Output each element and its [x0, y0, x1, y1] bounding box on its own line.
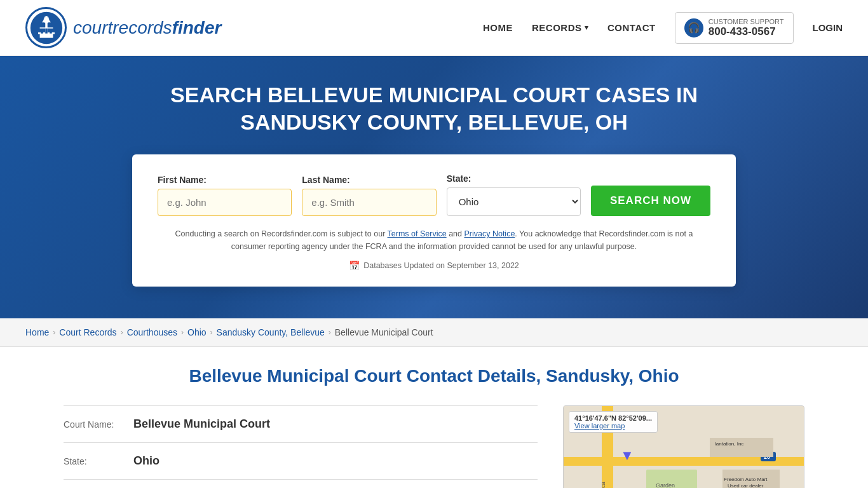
- main-nav: HOME RECORDS ▾ CONTACT 🎧 CUSTOMER SUPPOR…: [483, 12, 843, 44]
- logo-text: courtrecordsfinder: [73, 18, 221, 38]
- logo[interactable]: courtrecordsfinder: [25, 7, 221, 48]
- court-name-value: Bellevue Municipal Court: [133, 417, 270, 431]
- svg-text:Seneca: Seneca: [600, 482, 606, 488]
- state-group: State: Ohio Alabama Alaska Arizona Calif…: [447, 173, 581, 216]
- first-name-label: First Name:: [158, 175, 292, 185]
- hero-section: SEARCH BELLEVUE MUNICIPAL COURT CASES IN…: [0, 56, 868, 318]
- privacy-link[interactable]: Privacy Notice: [464, 229, 515, 238]
- map-coordinates: 41°16'47.6"N 82°52'09... View larger map: [569, 411, 658, 433]
- search-fields: First Name: Last Name: State: Ohio Alaba…: [158, 173, 710, 216]
- last-name-group: Last Name:: [302, 175, 436, 216]
- last-name-input[interactable]: [302, 189, 436, 216]
- first-name-group: First Name:: [158, 175, 292, 216]
- search-card: First Name: Last Name: State: Ohio Alaba…: [132, 154, 736, 287]
- svg-text:Freedom Auto Mart: Freedom Auto Mart: [724, 477, 768, 482]
- search-button[interactable]: SEARCH NOW: [591, 186, 710, 216]
- sep-2: ›: [121, 328, 123, 337]
- main-content: Bellevue Municipal Court Contact Details…: [0, 347, 868, 488]
- support-text: CUSTOMER SUPPORT 800-433-0567: [709, 18, 784, 38]
- svg-text:Used car dealer: Used car dealer: [728, 483, 764, 488]
- state-select[interactable]: Ohio Alabama Alaska Arizona California F…: [447, 187, 581, 216]
- hero-title: SEARCH BELLEVUE MUNICIPAL COURT CASES IN…: [148, 81, 720, 135]
- terms-link[interactable]: Terms of Service: [388, 229, 447, 238]
- headphone-icon: 🎧: [684, 18, 703, 37]
- state-detail-value: Ohio: [133, 454, 159, 468]
- svg-rect-7: [50, 28, 51, 34]
- sep-1: ›: [53, 328, 55, 337]
- breadcrumb-current: Bellevue Municipal Court: [335, 327, 433, 337]
- breadcrumb-home[interactable]: Home: [25, 327, 49, 337]
- breadcrumb: Home › Court Records › Courthouses › Ohi…: [25, 327, 843, 337]
- sep-5: ›: [329, 328, 331, 337]
- coord-text: 41°16'47.6"N 82°52'09...: [574, 414, 652, 422]
- details-table: Court Name: Bellevue Municipal Court Sta…: [64, 405, 538, 480]
- map-container[interactable]: Seneca 20 Garden center Freedom Auto Mar…: [563, 405, 804, 488]
- page-heading: Bellevue Municipal Court Contact Details…: [64, 366, 804, 386]
- records-chevron-icon: ▾: [585, 24, 589, 32]
- login-button[interactable]: LOGIN: [813, 22, 843, 33]
- nav-records[interactable]: RECORDS ▾: [532, 22, 588, 33]
- disclaimer-text: Conducting a search on Recordsfinder.com…: [158, 227, 710, 253]
- first-name-input[interactable]: [158, 189, 292, 216]
- svg-rect-1: [39, 33, 53, 37]
- calendar-icon: 📅: [349, 261, 360, 271]
- svg-point-9: [43, 15, 49, 23]
- view-larger-map-link[interactable]: View larger map: [574, 422, 652, 430]
- svg-rect-6: [45, 28, 47, 34]
- svg-rect-5: [41, 28, 43, 34]
- details-map-row: Court Name: Bellevue Municipal Court Sta…: [64, 405, 804, 488]
- breadcrumb-bar: Home › Court Records › Courthouses › Ohi…: [0, 318, 868, 347]
- map-inner: Seneca 20 Garden center Freedom Auto Mar…: [564, 406, 804, 488]
- sep-4: ›: [210, 328, 213, 337]
- site-header: courtrecordsfinder HOME RECORDS ▾ CONTAC…: [0, 0, 868, 56]
- court-name-row: Court Name: Bellevue Municipal Court: [64, 406, 538, 443]
- support-box[interactable]: 🎧 CUSTOMER SUPPORT 800-433-0567: [675, 12, 794, 44]
- last-name-label: Last Name:: [302, 175, 436, 185]
- state-row: State: Ohio: [64, 443, 538, 480]
- logo-icon: [25, 7, 67, 48]
- nav-home[interactable]: HOME: [483, 22, 513, 33]
- svg-text:Garden: Garden: [656, 482, 675, 488]
- svg-text:lantation, Inc: lantation, Inc: [715, 441, 743, 447]
- court-name-label: Court Name:: [64, 419, 127, 430]
- breadcrumb-court-records[interactable]: Court Records: [59, 327, 116, 337]
- breadcrumb-ohio[interactable]: Ohio: [187, 327, 207, 337]
- breadcrumb-courthouses[interactable]: Courthouses: [127, 327, 177, 337]
- nav-contact[interactable]: CONTACT: [607, 22, 656, 33]
- svg-text:▼: ▼: [620, 447, 634, 463]
- state-label: State:: [447, 173, 581, 184]
- state-detail-label: State:: [64, 456, 127, 466]
- db-updated: 📅 Databases Updated on September 13, 202…: [158, 261, 710, 271]
- sep-3: ›: [181, 328, 184, 337]
- breadcrumb-sandusky[interactable]: Sandusky County, Bellevue: [217, 327, 325, 337]
